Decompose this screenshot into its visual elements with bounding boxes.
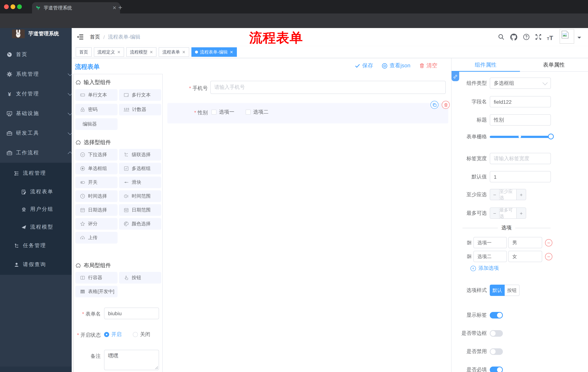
- decrease-button[interactable]: −: [490, 208, 500, 218]
- component-chip-cascader[interactable]: 级联选择: [119, 149, 161, 160]
- breadcrumb-home[interactable]: 首页: [90, 34, 100, 40]
- gender-option-1[interactable]: 选项一: [211, 109, 234, 115]
- style-default-button[interactable]: 默认: [490, 285, 505, 296]
- style-button-button[interactable]: 按钮: [505, 285, 520, 296]
- stepper-placeholder[interactable]: 至少应选: [500, 189, 516, 200]
- component-chip-row-container[interactable]: 行容器: [75, 272, 117, 284]
- field-name-input[interactable]: field122: [490, 96, 551, 107]
- grid-slider[interactable]: [490, 136, 551, 138]
- component-chip-color-picker[interactable]: 颜色选择: [119, 218, 161, 230]
- component-chip-table[interactable]: 表格[开发中]: [75, 286, 117, 298]
- tag-process-definition[interactable]: 流程定义✕: [94, 47, 124, 57]
- close-icon[interactable]: ✕: [230, 50, 233, 54]
- sidebar-item-home[interactable]: 首页: [0, 47, 72, 63]
- github-icon[interactable]: [510, 33, 517, 41]
- help-icon[interactable]: [523, 33, 530, 40]
- search-icon[interactable]: [498, 33, 505, 40]
- option-value-input[interactable]: 男: [508, 237, 542, 248]
- view-json-button[interactable]: 查看json: [382, 62, 410, 69]
- sidebar-item-process-form[interactable]: 流程表单: [0, 184, 72, 200]
- sidebar-item-system[interactable]: 系统管理: [0, 66, 72, 82]
- component-chip-switch[interactable]: 开关: [75, 177, 117, 188]
- hamburger-fold-icon[interactable]: [77, 34, 84, 40]
- gender-option-2[interactable]: 选项二: [246, 109, 269, 115]
- component-chip-checkbox-group[interactable]: 多选框组: [119, 163, 161, 174]
- phone-input[interactable]: 请输入手机号: [210, 81, 446, 94]
- decrease-button[interactable]: −: [490, 189, 500, 200]
- component-chip-password[interactable]: 密码: [75, 104, 117, 115]
- drag-handle-icon[interactable]: [466, 254, 472, 259]
- sidebar-item-payment[interactable]: ¥ 支付管理: [0, 86, 72, 102]
- status-radio-off[interactable]: 关闭: [133, 331, 150, 338]
- sidebar-item-process-manage[interactable]: 流程管理: [0, 165, 72, 181]
- label-width-input[interactable]: 请输入标签宽度: [490, 153, 551, 164]
- minimize-window-button[interactable]: [10, 4, 15, 9]
- component-chip-time-picker[interactable]: 时间选择: [75, 190, 117, 202]
- border-toggle[interactable]: [490, 330, 503, 337]
- component-chip-editor[interactable]: 编辑器: [75, 118, 117, 130]
- component-chip-upload[interactable]: 上传: [75, 232, 117, 244]
- caret-down-icon[interactable]: [578, 37, 581, 40]
- component-chip-multi-text[interactable]: 多行文本: [119, 89, 161, 101]
- slider-handle[interactable]: [548, 134, 554, 139]
- scrollbar-rail[interactable]: [73, 74, 74, 372]
- new-tab-button[interactable]: +: [118, 4, 122, 12]
- tab-form-props[interactable]: 表单属性: [520, 58, 588, 72]
- disabled-toggle[interactable]: [490, 348, 503, 355]
- font-size-icon[interactable]: TT: [547, 35, 553, 42]
- tag-process-form-edit[interactable]: 流程表单-编辑✕: [191, 47, 237, 57]
- sidebar-item-workflow[interactable]: 工作流程: [0, 145, 72, 161]
- maximize-window-button[interactable]: [17, 4, 22, 9]
- resize-handle[interactable]: [155, 366, 158, 369]
- remove-option-button[interactable]: −: [545, 239, 552, 246]
- radio-on-icon[interactable]: [104, 332, 109, 337]
- browser-tab[interactable]: 芋道管理系统 ✕: [32, 2, 120, 13]
- close-icon[interactable]: ✕: [117, 50, 120, 54]
- fullscreen-icon[interactable]: [535, 33, 542, 40]
- component-chip-button[interactable]: 按钮: [119, 272, 161, 284]
- sidebar-item-devtools[interactable]: 研发工具: [0, 125, 72, 141]
- option-value-input[interactable]: 女: [508, 251, 542, 262]
- sidebar-item-user-group[interactable]: 用户分组: [0, 201, 72, 217]
- tag-process-model[interactable]: 流程模型✕: [126, 47, 157, 57]
- component-chip-date-picker[interactable]: 日期选择: [75, 204, 117, 216]
- sidebar-item-leave-query[interactable]: 请假查询: [0, 257, 72, 273]
- increase-button[interactable]: +: [516, 208, 526, 218]
- save-button[interactable]: 保存: [355, 62, 373, 69]
- close-tab-icon[interactable]: ✕: [112, 5, 116, 11]
- component-chip-date-range[interactable]: 日期范围: [119, 204, 161, 216]
- component-chip-radio-group[interactable]: 单选框组: [75, 163, 117, 174]
- avatar[interactable]: [560, 29, 574, 44]
- radio-off-icon[interactable]: [133, 332, 138, 337]
- stepper-placeholder[interactable]: 最多可选: [500, 208, 516, 218]
- tag-process-form[interactable]: 流程表单✕: [159, 47, 189, 57]
- app-logo[interactable]: 芋道管理系统: [0, 29, 72, 39]
- copy-component-button[interactable]: [430, 101, 439, 109]
- title-input[interactable]: 性别: [490, 114, 551, 126]
- checkbox-icon[interactable]: [246, 110, 251, 115]
- component-type-select[interactable]: 多选框组: [490, 77, 551, 89]
- component-chip-single-text[interactable]: 单行文本: [75, 89, 117, 101]
- component-chip-select[interactable]: 下拉选择: [75, 149, 117, 160]
- drag-handle-icon[interactable]: [466, 240, 472, 245]
- add-option-button[interactable]: + 添加选项: [471, 265, 499, 272]
- component-chip-rate[interactable]: 评分: [75, 218, 117, 230]
- component-chip-time-range[interactable]: 时间范围: [119, 190, 161, 202]
- delete-component-button[interactable]: [442, 101, 450, 109]
- increase-button[interactable]: +: [516, 189, 526, 200]
- default-value-input[interactable]: 1: [490, 171, 551, 182]
- status-radio-on[interactable]: 开启: [104, 331, 122, 338]
- close-window-button[interactable]: [4, 4, 9, 9]
- component-chip-counter[interactable]: 123 计数器: [119, 104, 161, 115]
- sidebar-item-task-manage[interactable]: 任务管理: [0, 238, 72, 254]
- remove-option-button[interactable]: −: [545, 253, 552, 260]
- close-icon[interactable]: ✕: [182, 50, 185, 54]
- sidebar-item-infra[interactable]: 基础设施: [0, 106, 72, 122]
- sidebar-item-process-model[interactable]: 流程模型: [0, 219, 72, 235]
- show-label-toggle[interactable]: [490, 312, 503, 319]
- remark-textarea[interactable]: 嘿嘿: [104, 350, 159, 370]
- form-name-input[interactable]: biubiu: [104, 308, 159, 319]
- required-toggle[interactable]: [490, 367, 503, 372]
- option-label-input[interactable]: 选项二: [473, 251, 507, 262]
- selected-component-gender[interactable]: 性别 选项一 选项二: [167, 103, 448, 123]
